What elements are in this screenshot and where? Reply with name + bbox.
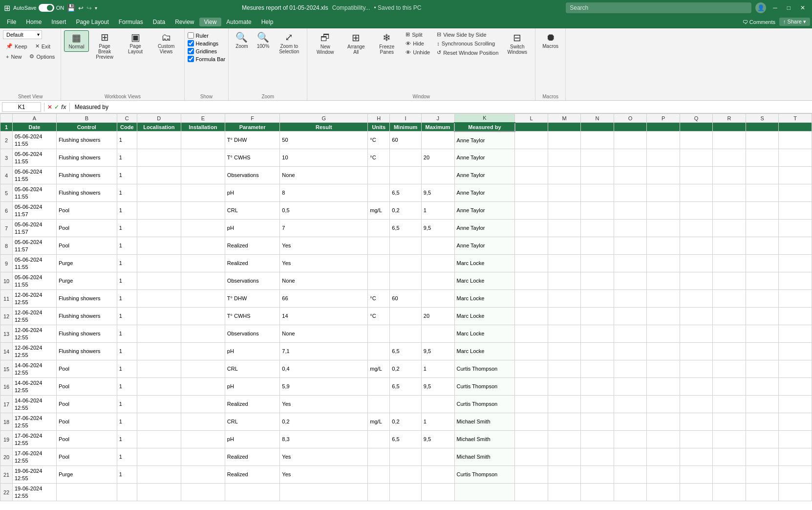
cell-11-F[interactable]: T° DHW <box>225 290 280 308</box>
cell-16-I[interactable]: 6,5 <box>390 378 421 396</box>
cell-9-E[interactable] <box>181 255 225 272</box>
cell-19-K[interactable]: Michael Smith <box>454 431 515 448</box>
empty-cell[interactable] <box>614 272 647 290</box>
cell-10-I[interactable] <box>390 272 421 290</box>
cell-7-J[interactable]: 9,5 <box>421 220 454 237</box>
cell-14-D[interactable] <box>137 343 181 360</box>
empty-cell[interactable] <box>680 484 713 501</box>
ruler-checkbox[interactable]: Ruler <box>188 32 226 39</box>
cell-5-J[interactable]: 9,5 <box>421 184 454 202</box>
cell-8-E[interactable] <box>181 237 225 255</box>
cell-15-I[interactable]: 0,2 <box>390 360 421 378</box>
close-button[interactable]: ✕ <box>797 3 808 12</box>
cell-4-H[interactable] <box>368 167 390 184</box>
cell-19-B[interactable]: Pool <box>57 431 117 448</box>
normal-view-button[interactable]: ▦ Normal <box>64 30 88 52</box>
col-header-k[interactable]: K <box>454 114 515 123</box>
cell-18-H[interactable]: mg/L <box>368 413 390 431</box>
cell-6-G[interactable]: 0,5 <box>280 202 368 220</box>
cell-2-G[interactable]: 50 <box>280 132 368 149</box>
cell-2-B[interactable]: Flushing showers <box>57 132 117 149</box>
cell-14-A[interactable]: 12-06-2024 12:55 <box>13 343 57 360</box>
empty-cell[interactable] <box>746 466 779 484</box>
empty-cell[interactable] <box>713 149 746 167</box>
empty-cell[interactable] <box>647 167 680 184</box>
empty-cell[interactable] <box>581 484 614 501</box>
cell-14-G[interactable]: 7,1 <box>280 343 368 360</box>
empty-cell[interactable] <box>713 466 746 484</box>
cell-20-F[interactable]: Realized <box>225 448 280 466</box>
cell-9-C[interactable]: 1 <box>117 255 137 272</box>
gridlines-checkbox[interactable]: Gridlines <box>188 48 226 54</box>
empty-cell[interactable] <box>647 448 680 466</box>
cell-7-D[interactable] <box>137 220 181 237</box>
cell-4-J[interactable] <box>421 167 454 184</box>
empty-cell[interactable] <box>779 167 812 184</box>
cell-7-F[interactable]: pH <box>225 220 280 237</box>
cell-12-I[interactable] <box>390 308 421 325</box>
cell-2-F[interactable]: T° DHW <box>225 132 280 149</box>
empty-cell[interactable] <box>515 378 548 396</box>
empty-cell[interactable] <box>680 290 713 308</box>
cell-15-H[interactable]: mg/L <box>368 360 390 378</box>
header-localisation[interactable]: Localisation <box>137 123 181 132</box>
empty-cell[interactable] <box>779 325 812 343</box>
page-break-preview-button[interactable]: ⊞ Page Break Preview <box>90 30 120 62</box>
empty-cell[interactable] <box>548 132 581 149</box>
cell-19-C[interactable]: 1 <box>117 431 137 448</box>
cell-2-H[interactable]: °C <box>368 132 390 149</box>
empty-cell[interactable] <box>680 396 713 413</box>
cell-5-D[interactable] <box>137 184 181 202</box>
cell-7-E[interactable] <box>181 220 225 237</box>
new-window-button[interactable]: 🗗 New Window <box>310 30 340 57</box>
empty-cell[interactable] <box>581 396 614 413</box>
empty-cell[interactable] <box>746 308 779 325</box>
confirm-formula-icon[interactable]: ✓ <box>54 104 59 111</box>
cell-13-J[interactable] <box>421 325 454 343</box>
empty-cell[interactable] <box>746 396 779 413</box>
cell-6-I[interactable]: 0,2 <box>390 202 421 220</box>
empty-cell[interactable] <box>515 220 548 237</box>
empty-cell[interactable] <box>779 237 812 255</box>
cell-21-E[interactable] <box>181 466 225 484</box>
cell-17-K[interactable]: Curtis Thompson <box>454 396 515 413</box>
empty-cell[interactable] <box>548 149 581 167</box>
col-header-f[interactable]: F <box>225 114 280 123</box>
cell-21-D[interactable] <box>137 466 181 484</box>
empty-cell[interactable] <box>680 360 713 378</box>
cell-13-E[interactable] <box>181 325 225 343</box>
col-header-i[interactable]: I <box>390 114 421 123</box>
empty-cell[interactable] <box>779 149 812 167</box>
empty-cell[interactable] <box>779 308 812 325</box>
empty-cell[interactable] <box>746 325 779 343</box>
empty-cell[interactable] <box>746 237 779 255</box>
cell-21-C[interactable]: 1 <box>117 466 137 484</box>
empty-cell[interactable] <box>581 184 614 202</box>
empty-cell[interactable] <box>680 255 713 272</box>
gridlines-check[interactable] <box>188 48 194 54</box>
empty-cell[interactable] <box>779 448 812 466</box>
arrange-all-button[interactable]: ⊞ Arrange All <box>341 30 371 57</box>
cell-7-C[interactable]: 1 <box>117 220 137 237</box>
cell-17-C[interactable]: 1 <box>117 396 137 413</box>
col-header-d[interactable]: D <box>137 114 181 123</box>
cancel-formula-icon[interactable]: ✕ <box>47 104 52 111</box>
empty-cell[interactable] <box>647 255 680 272</box>
cell-5-G[interactable]: 8 <box>280 184 368 202</box>
empty-cell[interactable] <box>779 184 812 202</box>
cell-14-H[interactable] <box>368 343 390 360</box>
empty-cell[interactable] <box>647 325 680 343</box>
cell-12-C[interactable]: 1 <box>117 308 137 325</box>
cell-13-D[interactable] <box>137 325 181 343</box>
formula-bar-checkbox[interactable]: Formula Bar <box>188 56 226 62</box>
cell-2-K[interactable]: Anne Taylor <box>454 132 515 149</box>
cell-5-I[interactable]: 6,5 <box>390 184 421 202</box>
empty-cell[interactable] <box>647 484 680 501</box>
cell-8-G[interactable]: Yes <box>280 237 368 255</box>
cell-7-G[interactable]: 7 <box>280 220 368 237</box>
empty-cell[interactable] <box>713 413 746 431</box>
cell-13-B[interactable]: Flushing showers <box>57 325 117 343</box>
cell-4-B[interactable]: Flushing showers <box>57 167 117 184</box>
col-header-j[interactable]: J <box>421 114 454 123</box>
cell-16-F[interactable]: pH <box>225 378 280 396</box>
